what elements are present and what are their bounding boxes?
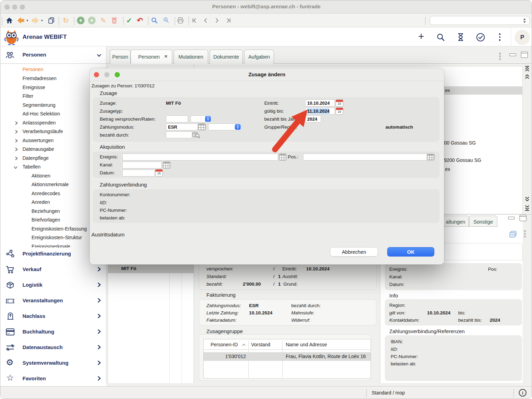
info-icon[interactable]: i xyxy=(519,389,526,397)
ereignis-lookup-button[interactable] xyxy=(279,154,286,161)
tab-mutationen[interactable]: Mutationen xyxy=(174,50,208,64)
zahlungsmodus-select[interactable] xyxy=(208,123,242,130)
confirm-button[interactable]: ✓ xyxy=(125,16,134,25)
forward-button[interactable] xyxy=(31,16,40,25)
zahlungsmodus-lookup-button[interactable] xyxy=(198,123,206,130)
bis-label: bis: xyxy=(458,310,466,315)
eintritt-date-input[interactable]: 10.10.2024 xyxy=(305,99,335,106)
eintritt-calendar-button[interactable]: 15 xyxy=(336,99,343,107)
scroll-to-top-button[interactable] xyxy=(524,66,530,73)
kanal-input[interactable] xyxy=(122,162,162,168)
overflow-menu-button[interactable] xyxy=(496,32,504,43)
datum-label: Datum: xyxy=(389,282,405,287)
user-avatar[interactable]: P xyxy=(515,30,530,45)
advanced-search-button[interactable] xyxy=(161,16,171,25)
pos-input[interactable] xyxy=(303,154,435,161)
last-record-button[interactable] xyxy=(223,16,233,25)
column-header-vorstand[interactable]: Vorstand xyxy=(251,342,270,347)
ereignis-input[interactable] xyxy=(122,154,278,161)
bezahlt-durch-label: bezahlt durch: xyxy=(291,303,321,308)
bezahlt-bis-jahr-input[interactable]: 2024 xyxy=(305,115,321,122)
tab-dokumente[interactable]: Dokumente xyxy=(210,50,243,64)
first-record-button[interactable] xyxy=(190,16,199,25)
kanal-lookup-button[interactable] xyxy=(163,162,170,168)
column-header-name-adresse[interactable]: Name und Adresse xyxy=(286,342,327,347)
chevron-right-icon xyxy=(97,329,101,334)
sidebar-item-logistik[interactable]: Logistik xyxy=(0,279,106,291)
new-item-button[interactable]: + xyxy=(416,32,426,43)
minimize-detail-button[interactable] xyxy=(508,217,515,219)
maximize-detail-button[interactable] xyxy=(520,215,526,221)
duplicate-view-button[interactable] xyxy=(509,230,517,240)
scroll-to-bottom-button[interactable] xyxy=(524,205,530,212)
sidebar-item-datenaustausch[interactable]: Datenaustausch xyxy=(0,341,106,354)
sidebar-item-veranstaltungen[interactable]: Veranstaltungen xyxy=(0,294,106,307)
copy-pages-button[interactable] xyxy=(47,16,56,25)
tab-sonstige[interactable]: Sonstige xyxy=(469,216,497,227)
bezahlt-durch-lookup-button[interactable] xyxy=(192,131,200,138)
add-record-button[interactable]: + xyxy=(76,16,85,25)
eintritt-value: 10.10.2024 xyxy=(306,266,330,271)
history-button[interactable] xyxy=(455,32,466,43)
column-header-personen-id[interactable]: Personen-ID xyxy=(211,342,238,347)
versprochen-label: versprochen: xyxy=(206,266,233,271)
edit-button[interactable]: ✎ xyxy=(99,16,108,25)
maximize-panel-button[interactable] xyxy=(521,52,528,58)
forward-history-caret[interactable]: ▾ xyxy=(40,16,44,25)
toolbar-combobox[interactable] xyxy=(430,16,530,25)
network-icon xyxy=(6,249,15,259)
back-button[interactable] xyxy=(16,16,25,25)
selected-master-row[interactable]: MIT Fö xyxy=(108,264,194,273)
table-row[interactable]: 1'030'012 Frau, Flavia Kotlin, Route de … xyxy=(204,352,371,361)
back-history-caret[interactable]: ▾ xyxy=(25,16,29,25)
refresh-button[interactable]: ↻ xyxy=(61,16,70,25)
add-secondary-button[interactable]: + xyxy=(87,16,96,25)
standard-count: 1 xyxy=(278,274,281,279)
owl-logo-icon xyxy=(3,29,20,45)
plus-icon: + xyxy=(418,31,424,42)
tabbar-menu-button[interactable] xyxy=(499,52,501,60)
chevron-right-icon xyxy=(97,298,101,303)
tab-person[interactable]: Person xyxy=(110,50,131,64)
raten-select[interactable] xyxy=(190,115,212,122)
home-button[interactable] xyxy=(5,16,14,25)
datum-calendar-button[interactable]: 15 xyxy=(155,169,163,176)
detail-menu-button[interactable] xyxy=(524,229,526,238)
ereignis-label: Ereignis: xyxy=(100,154,118,159)
sidebar-item-verkauf[interactable]: Verkauf xyxy=(0,263,106,276)
datum-input[interactable] xyxy=(122,170,155,176)
undo-button[interactable]: ↶ xyxy=(135,16,144,25)
sidebar-item-buchhaltung[interactable]: Buchhaltung xyxy=(0,326,106,338)
cancel-button[interactable]: Abbrechen xyxy=(330,247,378,257)
sidebar-header[interactable]: Personen xyxy=(0,46,106,64)
minimize-panel-button[interactable] xyxy=(509,53,516,56)
zahlungsmodus-input[interactable]: ESR xyxy=(166,123,198,130)
ok-button[interactable]: OK xyxy=(387,247,434,257)
sidebar-item-nachlass[interactable]: Nachlass xyxy=(0,310,106,322)
sidebar-item-systemverwaltung[interactable]: ⚙ Systemverwaltung xyxy=(0,357,106,369)
print-button[interactable] xyxy=(176,16,185,25)
gueltig-bis-date-input[interactable]: 11.10.2024 xyxy=(305,107,335,114)
chevron-down-icon xyxy=(97,53,101,58)
close-icon[interactable]: × xyxy=(164,53,168,60)
delete-button[interactable] xyxy=(110,16,119,25)
separator-slash: / xyxy=(273,274,275,279)
widerruf-label: Widerruf: xyxy=(291,318,310,323)
tab-personen[interactable]: Personen × xyxy=(131,50,172,64)
bezahlt-durch-input[interactable] xyxy=(166,131,192,138)
prev-record-button[interactable] xyxy=(201,16,210,25)
scroll-page-down-button[interactable] xyxy=(524,196,530,203)
zahlungsmodus-label: Zahlungsmodus: xyxy=(206,303,241,308)
tasks-button[interactable] xyxy=(475,32,486,43)
scroll-page-up-button[interactable] xyxy=(524,74,530,81)
betrag-input[interactable] xyxy=(166,115,188,122)
chevron-right-icon xyxy=(97,313,101,319)
belasten-ab-label: belasten ab: xyxy=(100,215,125,220)
next-record-button[interactable] xyxy=(212,16,221,25)
tab-aufgaben[interactable]: Aufgaben xyxy=(244,50,274,64)
pos-lookup-button[interactable] xyxy=(427,154,434,161)
sidebar-item-favoriten[interactable]: ☆ Favoriten xyxy=(0,372,106,385)
search-button[interactable] xyxy=(150,16,159,25)
gueltig-bis-calendar-button[interactable]: 15 xyxy=(336,107,343,115)
global-search-button[interactable] xyxy=(435,32,446,43)
